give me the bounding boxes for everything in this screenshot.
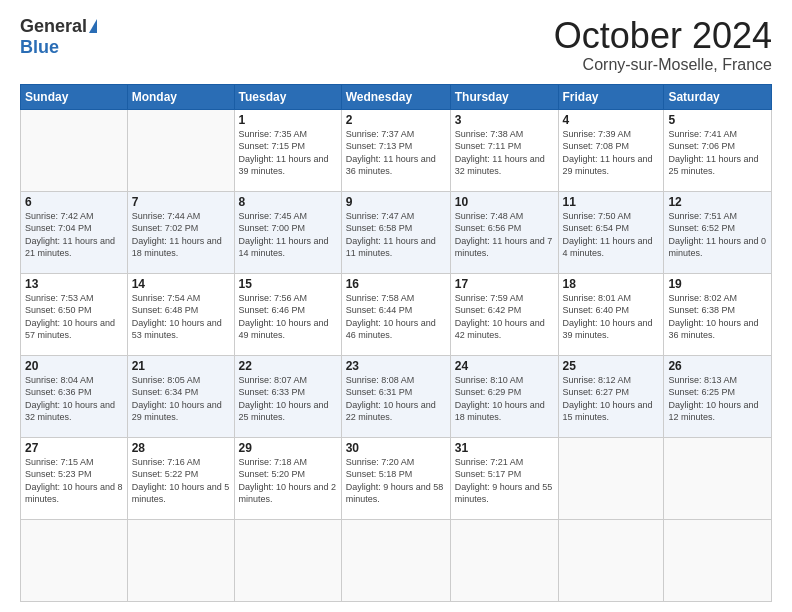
table-row: 23Sunrise: 8:08 AM Sunset: 6:31 PM Dayli… [341, 355, 450, 437]
table-row: 29Sunrise: 7:18 AM Sunset: 5:20 PM Dayli… [234, 437, 341, 519]
day-info: Sunrise: 8:05 AM Sunset: 6:34 PM Dayligh… [132, 374, 230, 424]
day-number: 31 [455, 441, 554, 455]
day-info: Sunrise: 7:38 AM Sunset: 7:11 PM Dayligh… [455, 128, 554, 178]
day-info: Sunrise: 8:04 AM Sunset: 6:36 PM Dayligh… [25, 374, 123, 424]
day-number: 9 [346, 195, 446, 209]
day-info: Sunrise: 7:15 AM Sunset: 5:23 PM Dayligh… [25, 456, 123, 506]
location-title: Corny-sur-Moselle, France [554, 56, 772, 74]
day-number: 2 [346, 113, 446, 127]
day-info: Sunrise: 7:35 AM Sunset: 7:15 PM Dayligh… [239, 128, 337, 178]
day-number: 28 [132, 441, 230, 455]
day-number: 6 [25, 195, 123, 209]
table-row: 24Sunrise: 8:10 AM Sunset: 6:29 PM Dayli… [450, 355, 558, 437]
table-row [21, 109, 128, 191]
day-info: Sunrise: 8:02 AM Sunset: 6:38 PM Dayligh… [668, 292, 767, 342]
table-row: 31Sunrise: 7:21 AM Sunset: 5:17 PM Dayli… [450, 437, 558, 519]
table-row: 19Sunrise: 8:02 AM Sunset: 6:38 PM Dayli… [664, 273, 772, 355]
day-number: 8 [239, 195, 337, 209]
table-row: 26Sunrise: 8:13 AM Sunset: 6:25 PM Dayli… [664, 355, 772, 437]
day-info: Sunrise: 8:13 AM Sunset: 6:25 PM Dayligh… [668, 374, 767, 424]
day-info: Sunrise: 8:08 AM Sunset: 6:31 PM Dayligh… [346, 374, 446, 424]
day-info: Sunrise: 7:54 AM Sunset: 6:48 PM Dayligh… [132, 292, 230, 342]
month-title: October 2024 [554, 16, 772, 56]
col-tuesday: Tuesday [234, 84, 341, 109]
day-info: Sunrise: 8:10 AM Sunset: 6:29 PM Dayligh… [455, 374, 554, 424]
day-info: Sunrise: 7:20 AM Sunset: 5:18 PM Dayligh… [346, 456, 446, 506]
col-wednesday: Wednesday [341, 84, 450, 109]
day-info: Sunrise: 7:53 AM Sunset: 6:50 PM Dayligh… [25, 292, 123, 342]
day-number: 16 [346, 277, 446, 291]
day-info: Sunrise: 7:21 AM Sunset: 5:17 PM Dayligh… [455, 456, 554, 506]
table-row: 12Sunrise: 7:51 AM Sunset: 6:52 PM Dayli… [664, 191, 772, 273]
day-info: Sunrise: 7:18 AM Sunset: 5:20 PM Dayligh… [239, 456, 337, 506]
header: General Blue October 2024 Corny-sur-Mose… [20, 16, 772, 74]
table-row: 3Sunrise: 7:38 AM Sunset: 7:11 PM Daylig… [450, 109, 558, 191]
day-number: 10 [455, 195, 554, 209]
table-row [664, 437, 772, 519]
title-block: October 2024 Corny-sur-Moselle, France [554, 16, 772, 74]
day-number: 20 [25, 359, 123, 373]
table-row: 16Sunrise: 7:58 AM Sunset: 6:44 PM Dayli… [341, 273, 450, 355]
page: General Blue October 2024 Corny-sur-Mose… [0, 0, 792, 612]
day-number: 15 [239, 277, 337, 291]
day-number: 23 [346, 359, 446, 373]
table-row [664, 519, 772, 601]
table-row: 6Sunrise: 7:42 AM Sunset: 7:04 PM Daylig… [21, 191, 128, 273]
day-info: Sunrise: 8:12 AM Sunset: 6:27 PM Dayligh… [563, 374, 660, 424]
logo-blue-text: Blue [20, 37, 59, 58]
table-row: 17Sunrise: 7:59 AM Sunset: 6:42 PM Dayli… [450, 273, 558, 355]
day-number: 7 [132, 195, 230, 209]
day-number: 18 [563, 277, 660, 291]
day-number: 19 [668, 277, 767, 291]
table-row: 1Sunrise: 7:35 AM Sunset: 7:15 PM Daylig… [234, 109, 341, 191]
table-row [558, 519, 664, 601]
table-row: 15Sunrise: 7:56 AM Sunset: 6:46 PM Dayli… [234, 273, 341, 355]
day-number: 1 [239, 113, 337, 127]
table-row: 8Sunrise: 7:45 AM Sunset: 7:00 PM Daylig… [234, 191, 341, 273]
logo-triangle-icon [89, 19, 97, 33]
col-sunday: Sunday [21, 84, 128, 109]
calendar-week-row: 20Sunrise: 8:04 AM Sunset: 6:36 PM Dayli… [21, 355, 772, 437]
col-monday: Monday [127, 84, 234, 109]
table-row: 27Sunrise: 7:15 AM Sunset: 5:23 PM Dayli… [21, 437, 128, 519]
calendar-week-row [21, 519, 772, 601]
table-row: 14Sunrise: 7:54 AM Sunset: 6:48 PM Dayli… [127, 273, 234, 355]
day-number: 21 [132, 359, 230, 373]
day-number: 12 [668, 195, 767, 209]
day-info: Sunrise: 8:01 AM Sunset: 6:40 PM Dayligh… [563, 292, 660, 342]
table-row: 10Sunrise: 7:48 AM Sunset: 6:56 PM Dayli… [450, 191, 558, 273]
day-info: Sunrise: 7:47 AM Sunset: 6:58 PM Dayligh… [346, 210, 446, 260]
day-number: 25 [563, 359, 660, 373]
day-number: 27 [25, 441, 123, 455]
day-number: 22 [239, 359, 337, 373]
day-number: 29 [239, 441, 337, 455]
table-row: 4Sunrise: 7:39 AM Sunset: 7:08 PM Daylig… [558, 109, 664, 191]
table-row: 7Sunrise: 7:44 AM Sunset: 7:02 PM Daylig… [127, 191, 234, 273]
table-row: 20Sunrise: 8:04 AM Sunset: 6:36 PM Dayli… [21, 355, 128, 437]
table-row [21, 519, 128, 601]
table-row: 11Sunrise: 7:50 AM Sunset: 6:54 PM Dayli… [558, 191, 664, 273]
day-info: Sunrise: 7:37 AM Sunset: 7:13 PM Dayligh… [346, 128, 446, 178]
day-number: 3 [455, 113, 554, 127]
day-number: 11 [563, 195, 660, 209]
table-row: 30Sunrise: 7:20 AM Sunset: 5:18 PM Dayli… [341, 437, 450, 519]
col-saturday: Saturday [664, 84, 772, 109]
day-info: Sunrise: 7:56 AM Sunset: 6:46 PM Dayligh… [239, 292, 337, 342]
day-info: Sunrise: 7:50 AM Sunset: 6:54 PM Dayligh… [563, 210, 660, 260]
day-info: Sunrise: 8:07 AM Sunset: 6:33 PM Dayligh… [239, 374, 337, 424]
day-number: 26 [668, 359, 767, 373]
day-info: Sunrise: 7:48 AM Sunset: 6:56 PM Dayligh… [455, 210, 554, 260]
calendar-header-row: Sunday Monday Tuesday Wednesday Thursday… [21, 84, 772, 109]
table-row: 25Sunrise: 8:12 AM Sunset: 6:27 PM Dayli… [558, 355, 664, 437]
table-row: 9Sunrise: 7:47 AM Sunset: 6:58 PM Daylig… [341, 191, 450, 273]
calendar-week-row: 27Sunrise: 7:15 AM Sunset: 5:23 PM Dayli… [21, 437, 772, 519]
day-info: Sunrise: 7:39 AM Sunset: 7:08 PM Dayligh… [563, 128, 660, 178]
day-number: 24 [455, 359, 554, 373]
col-thursday: Thursday [450, 84, 558, 109]
day-info: Sunrise: 7:45 AM Sunset: 7:00 PM Dayligh… [239, 210, 337, 260]
calendar-week-row: 13Sunrise: 7:53 AM Sunset: 6:50 PM Dayli… [21, 273, 772, 355]
table-row [558, 437, 664, 519]
day-info: Sunrise: 7:58 AM Sunset: 6:44 PM Dayligh… [346, 292, 446, 342]
table-row: 22Sunrise: 8:07 AM Sunset: 6:33 PM Dayli… [234, 355, 341, 437]
table-row: 5Sunrise: 7:41 AM Sunset: 7:06 PM Daylig… [664, 109, 772, 191]
